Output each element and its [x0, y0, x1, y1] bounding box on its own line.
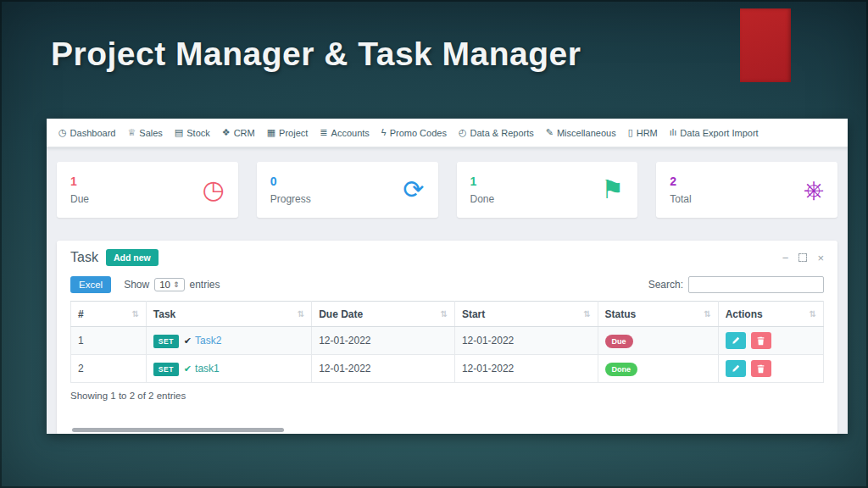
- select-arrows-icon: ⇕: [173, 280, 180, 289]
- pencil-icon: [732, 336, 740, 345]
- bolt-icon: ϟ: [381, 128, 387, 137]
- stat-card: 2 Total ⎈: [656, 162, 837, 218]
- nav-label: CRM: [234, 128, 255, 138]
- sort-icon: ⇅: [440, 309, 447, 319]
- sort-icon: ⇅: [583, 309, 590, 319]
- add-new-button[interactable]: Add new: [106, 249, 159, 266]
- table-row: 2 SET✔task1 12-01-2022 12-01-2022 Done: [71, 355, 824, 383]
- column-header-status[interactable]: Status⇅: [598, 302, 718, 327]
- crown-icon: ♕: [127, 128, 136, 137]
- slide-title: Project Manager & Task Manager: [51, 36, 581, 73]
- nav-item-crm[interactable]: ❖ CRM: [222, 128, 255, 138]
- nav-item-miscellaneous[interactable]: ✎ Miscellaneous: [546, 128, 616, 138]
- nav-label: Data & Reports: [470, 128, 534, 138]
- bar-chart-icon: ılı: [670, 128, 677, 137]
- window-controls: − ×: [782, 252, 824, 263]
- stat-card: 1 Due ◷: [57, 162, 238, 218]
- status-cell: Due: [598, 327, 718, 355]
- panel-title: Task: [70, 250, 98, 265]
- task-panel: Task Add new − × Excel Show 10 ⇕ entries…: [57, 241, 837, 434]
- stat-value: 2: [670, 175, 691, 188]
- nav-item-data-export-import[interactable]: ılı Data Export Import: [670, 128, 759, 138]
- actions-cell: [718, 327, 823, 355]
- column-header-actions[interactable]: Actions⇅: [718, 302, 823, 327]
- stat-value: 1: [470, 175, 495, 188]
- nav-label: Promo Codes: [390, 128, 447, 138]
- table-toolbar: Excel Show 10 ⇕ entries Search:: [57, 269, 837, 301]
- nav-label: Sales: [139, 128, 163, 138]
- table-info: Showing 1 to 2 of 2 entries: [57, 383, 837, 401]
- task-panel-header: Task Add new − ×: [57, 241, 837, 269]
- nav-item-dashboard[interactable]: ◷ Dashboard: [58, 128, 115, 138]
- task-link[interactable]: task1: [195, 363, 220, 374]
- minimize-icon[interactable]: −: [782, 252, 789, 263]
- tasks-table: #⇅ Task⇅ Due Date⇅ Start⇅ Status⇅ Action…: [70, 301, 824, 383]
- column-header-due-date[interactable]: Due Date⇅: [312, 302, 455, 327]
- row-number-cell: 2: [71, 355, 147, 383]
- clock-icon: ◷: [203, 177, 225, 202]
- life-ring-icon: ⎈: [804, 177, 824, 202]
- due-date-cell: 12-01-2022: [312, 355, 455, 383]
- file-icon: ▯: [628, 128, 633, 137]
- show-label: Show: [124, 279, 149, 291]
- horizontal-scrollbar[interactable]: [72, 428, 284, 432]
- stat-label: Progress: [270, 193, 311, 205]
- sort-icon: ⇅: [810, 309, 816, 319]
- edit-square-icon: ✎: [546, 128, 554, 137]
- list-icon: ≣: [320, 128, 327, 137]
- top-navbar: ◷ Dashboard ♕ Sales ▤ Stock ❖ CRM ▦ Proj…: [47, 119, 848, 147]
- edit-button[interactable]: [726, 332, 746, 349]
- nav-item-promo-codes[interactable]: ϟ Promo Codes: [381, 128, 447, 138]
- expand-icon[interactable]: [798, 253, 807, 262]
- table-row: 1 SET✔Task2 12-01-2022 12-01-2022 Due: [71, 327, 824, 355]
- excel-export-button[interactable]: Excel: [70, 276, 111, 293]
- nav-item-data-reports[interactable]: ◴ Data & Reports: [459, 128, 534, 138]
- close-icon[interactable]: ×: [817, 252, 824, 263]
- layers-icon: ▤: [175, 128, 183, 137]
- delete-button[interactable]: [751, 332, 771, 349]
- stat-label: Due: [70, 193, 89, 205]
- status-cell: Done: [598, 355, 718, 383]
- clock-icon: ◴: [459, 128, 467, 137]
- trash-icon: [757, 364, 765, 374]
- nav-item-accounts[interactable]: ≣ Accounts: [320, 128, 369, 138]
- task-cell: SET✔task1: [146, 355, 311, 383]
- nav-item-hrm[interactable]: ▯ HRM: [628, 128, 658, 138]
- nav-label: Miscellaneous: [557, 128, 616, 138]
- column-header-start[interactable]: Start⇅: [454, 302, 598, 327]
- sort-icon: ⇅: [131, 309, 138, 319]
- nav-label: Data Export Import: [680, 128, 758, 138]
- entries-label: entries: [190, 279, 220, 291]
- search-label: Search:: [648, 279, 683, 291]
- stat-cards-row: 1 Due ◷ 0 Progress ⟳ 1 Don: [57, 147, 837, 218]
- nav-item-stock[interactable]: ▤ Stock: [175, 128, 210, 138]
- delete-button[interactable]: [751, 360, 771, 377]
- start-date-cell: 12-01-2022: [454, 355, 598, 383]
- pencil-icon: [732, 364, 740, 373]
- nav-label: HRM: [637, 128, 658, 138]
- gem-icon: ❖: [222, 128, 231, 137]
- search-input[interactable]: [688, 276, 824, 293]
- actions-cell: [718, 355, 823, 383]
- check-icon: ✔: [184, 336, 192, 346]
- briefcase-icon: ▦: [267, 128, 275, 137]
- stat-value: 0: [270, 175, 311, 188]
- sort-icon: ⇅: [704, 309, 710, 319]
- edit-button[interactable]: [726, 360, 746, 377]
- start-date-cell: 12-01-2022: [454, 327, 598, 355]
- trash-icon: [757, 336, 765, 346]
- task-link[interactable]: Task2: [195, 335, 221, 347]
- page-size-value: 10: [159, 280, 170, 290]
- table-header-row: #⇅ Task⇅ Due Date⇅ Start⇅ Status⇅ Action…: [71, 302, 824, 327]
- sort-icon: ⇅: [298, 309, 304, 319]
- nav-item-sales[interactable]: ♕ Sales: [127, 128, 162, 138]
- status-badge: Done: [605, 363, 638, 376]
- app-window: ◷ Dashboard ♕ Sales ▤ Stock ❖ CRM ▦ Proj…: [47, 119, 848, 434]
- column-header-task[interactable]: Task⇅: [146, 302, 311, 327]
- column-header-num[interactable]: #⇅: [71, 302, 147, 327]
- page-size-select[interactable]: 10 ⇕: [154, 278, 184, 291]
- set-button[interactable]: SET: [153, 335, 179, 348]
- set-button[interactable]: SET: [153, 363, 179, 376]
- sync-icon: ⟳: [403, 177, 424, 202]
- nav-item-project[interactable]: ▦ Project: [267, 128, 309, 138]
